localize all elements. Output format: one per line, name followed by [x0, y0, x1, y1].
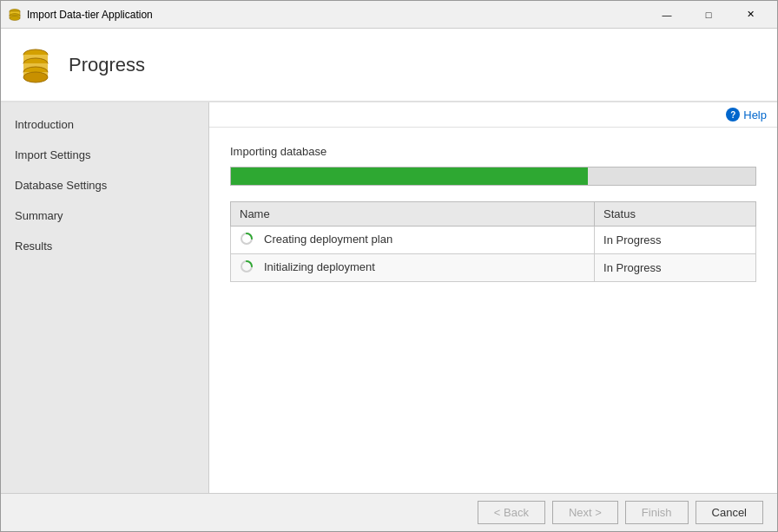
minimize-button[interactable]: —: [647, 3, 687, 27]
content-inner: Importing database Name Status: [209, 128, 777, 493]
title-bar: Import Data-tier Application — □ ✕: [1, 1, 777, 29]
back-button[interactable]: < Back: [478, 501, 545, 524]
progress-bar-fill: [231, 167, 588, 185]
help-link[interactable]: ? Help: [726, 108, 767, 122]
content-area: ? Help Importing database Name Status: [209, 102, 777, 493]
help-icon: ?: [726, 108, 740, 122]
svg-point-4: [10, 16, 20, 20]
header-title: Progress: [69, 54, 145, 76]
maximize-button[interactable]: □: [689, 3, 729, 27]
spinner-icon: [240, 259, 254, 273]
progress-bar-container: [230, 167, 756, 186]
footer: < Back Next > Finish Cancel: [1, 493, 777, 531]
window-title: Import Data-tier Application: [27, 9, 647, 21]
sidebar-item-summary[interactable]: Summary: [1, 200, 208, 231]
task-status-cell: In Progress: [595, 254, 756, 282]
task-status-cell: In Progress: [595, 227, 756, 254]
task-name-cell: Initializing deployment: [231, 254, 595, 282]
sidebar: Introduction Import Settings Database Se…: [1, 102, 209, 493]
main-window: Import Data-tier Application — □ ✕ Progr…: [0, 0, 778, 532]
section-title: Importing database: [230, 145, 756, 158]
header: Progress: [1, 29, 777, 102]
help-label: Help: [743, 108, 767, 122]
table-row: Initializing deployment In Progress: [231, 254, 756, 282]
sidebar-item-introduction[interactable]: Introduction: [1, 109, 208, 140]
sidebar-item-results[interactable]: Results: [1, 231, 208, 261]
window-controls: — □ ✕: [647, 3, 770, 27]
cancel-button[interactable]: Cancel: [696, 501, 763, 524]
help-bar: ? Help: [209, 102, 777, 128]
finish-button[interactable]: Finish: [625, 501, 689, 524]
sidebar-item-import-settings[interactable]: Import Settings: [1, 140, 208, 170]
task-table: Name Status Creating deployment plan In …: [230, 201, 756, 282]
close-button[interactable]: ✕: [730, 3, 770, 27]
sidebar-item-database-settings[interactable]: Database Settings: [1, 170, 208, 200]
main-content: Introduction Import Settings Database Se…: [1, 102, 777, 493]
next-button[interactable]: Next >: [552, 501, 618, 524]
svg-point-11: [23, 72, 48, 82]
task-name-cell: Creating deployment plan: [231, 227, 595, 254]
app-icon: [8, 8, 22, 22]
spinner-icon: [240, 232, 254, 246]
header-icon: [15, 44, 56, 86]
table-row: Creating deployment plan In Progress: [231, 227, 756, 254]
col-status-header: Status: [595, 202, 756, 227]
col-name-header: Name: [231, 202, 595, 227]
